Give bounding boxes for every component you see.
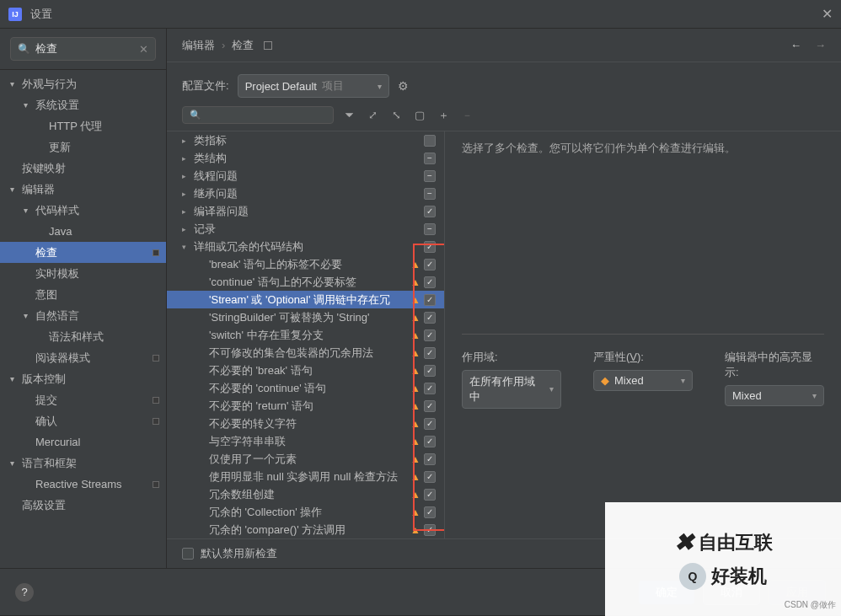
- search-icon: 🔍: [190, 110, 201, 121]
- profile-select[interactable]: Project Default 项目 ▾: [238, 74, 389, 98]
- gear-icon[interactable]: ⚙: [398, 79, 409, 93]
- inspection-checkbox[interactable]: [424, 276, 436, 288]
- inspection-item-9[interactable]: 'Stream' 或 'Optional' 调用链中存在冗▲: [167, 291, 444, 308]
- crumb-editor[interactable]: 编辑器: [182, 38, 215, 53]
- sidebar-item-20[interactable]: 高级设置: [0, 495, 166, 516]
- inspection-checkbox[interactable]: [424, 329, 436, 341]
- highlight-select[interactable]: Mixed ▾: [725, 385, 824, 406]
- severity-label: 严重性(V):: [593, 350, 693, 365]
- expand-arrow-icon: ▾: [24, 100, 35, 110]
- inspection-checkbox[interactable]: [424, 135, 436, 147]
- inspection-label: 不必要的 'return' 语句: [209, 399, 410, 414]
- inspection-item-2[interactable]: ▸线程问题: [167, 167, 444, 185]
- inspection-checkbox[interactable]: [424, 188, 436, 200]
- inspection-checkbox[interactable]: [424, 418, 436, 430]
- sidebar-search-input[interactable]: 🔍 检查 ✕: [10, 37, 156, 61]
- sidebar-item-6[interactable]: ▾代码样式: [0, 200, 166, 221]
- remove-icon[interactable]: －: [458, 108, 475, 123]
- sidebar-item-label: 高级设置: [22, 498, 166, 513]
- severity-select[interactable]: ◆ Mixed ▾: [593, 370, 693, 391]
- sidebar-item-1[interactable]: ▾系统设置: [0, 94, 166, 115]
- clear-icon[interactable]: ✕: [139, 43, 148, 56]
- sidebar-item-10[interactable]: 意图: [0, 284, 166, 305]
- inspection-item-16[interactable]: 不必要的转义字符▲: [167, 415, 444, 432]
- sidebar-item-14[interactable]: ▾版本控制: [0, 368, 166, 389]
- inspection-checkbox[interactable]: [424, 506, 436, 518]
- inspection-item-19[interactable]: 使用明显非 null 实参调用 null 检查方法▲: [167, 468, 444, 485]
- inspection-checkbox[interactable]: [424, 524, 436, 536]
- group-icon[interactable]: ▢: [411, 109, 428, 121]
- inspection-checkbox[interactable]: [424, 223, 436, 235]
- project-marker-icon: [153, 249, 159, 256]
- inspection-item-22[interactable]: 冗余的 'compare()' 方法调用▲: [167, 521, 444, 538]
- scope-select[interactable]: 在所有作用域中 ▾: [462, 370, 561, 409]
- add-icon[interactable]: ＋: [435, 108, 452, 123]
- collapse-all-icon[interactable]: ⤡: [388, 109, 404, 121]
- nav-back-icon[interactable]: ←: [790, 39, 801, 51]
- inspection-item-4[interactable]: ▸编译器问题: [167, 202, 444, 220]
- sidebar-item-label: 检查: [35, 245, 153, 260]
- inspection-item-18[interactable]: 仅使用了一个元素▲: [167, 450, 444, 468]
- sidebar-item-5[interactable]: ▾编辑器: [0, 179, 166, 200]
- inspection-item-0[interactable]: ▸类指标: [167, 131, 444, 149]
- sidebar-item-9[interactable]: 实时模板: [0, 263, 166, 284]
- inspection-item-1[interactable]: ▸类结构: [167, 149, 444, 167]
- sidebar-item-4[interactable]: 按键映射: [0, 158, 166, 179]
- inspection-checkbox[interactable]: [424, 489, 436, 501]
- expand-arrow-icon: ▸: [182, 172, 194, 180]
- inspection-item-7[interactable]: 'break' 语句上的标签不必要▲: [167, 255, 444, 273]
- inspection-checkbox[interactable]: [424, 365, 436, 377]
- inspection-item-6[interactable]: ▾详细或冗余的代码结构: [167, 238, 444, 255]
- sidebar-item-0[interactable]: ▾外观与行为: [0, 73, 166, 94]
- sidebar-item-12[interactable]: 语法和样式: [0, 326, 166, 347]
- sidebar-item-2[interactable]: HTTP 代理: [0, 115, 166, 137]
- close-icon[interactable]: ✕: [822, 6, 833, 22]
- inspection-tree: ▸类指标▸类结构▸线程问题▸继承问题▸编译器问题▸记录▾详细或冗余的代码结构'b…: [167, 131, 445, 538]
- warning-icon: ▲: [410, 365, 420, 377]
- inspection-checkbox[interactable]: [424, 453, 436, 465]
- inspection-item-3[interactable]: ▸继承问题: [167, 185, 444, 202]
- inspection-item-5[interactable]: ▸记录: [167, 220, 444, 238]
- inspection-search-input[interactable]: 🔍: [182, 106, 334, 124]
- inspection-item-13[interactable]: 不必要的 'break' 语句▲: [167, 362, 444, 379]
- sidebar-item-16[interactable]: 确认: [0, 410, 166, 431]
- sidebar-item-8[interactable]: 检查: [0, 242, 166, 263]
- inspection-item-8[interactable]: 'continue' 语句上的不必要标签▲: [167, 273, 444, 291]
- breadcrumb: 编辑器 › 检查 ← →: [167, 29, 841, 62]
- sidebar-item-18[interactable]: ▾语言和框架: [0, 453, 166, 474]
- inspection-checkbox[interactable]: [424, 347, 436, 359]
- inspection-item-11[interactable]: 'switch' 中存在重复分支▲: [167, 326, 444, 344]
- inspection-checkbox[interactable]: [424, 153, 436, 164]
- sidebar-item-11[interactable]: ▾自然语言: [0, 305, 166, 326]
- inspection-item-20[interactable]: 冗余数组创建▲: [167, 485, 444, 503]
- inspection-checkbox[interactable]: [424, 206, 436, 217]
- sidebar-item-7[interactable]: Java: [0, 221, 166, 242]
- inspection-item-15[interactable]: 不必要的 'return' 语句▲: [167, 397, 444, 415]
- sidebar-item-13[interactable]: 阅读器模式: [0, 347, 166, 368]
- help-icon[interactable]: ?: [15, 583, 34, 602]
- inspection-checkbox[interactable]: [424, 170, 436, 182]
- watermark: ✖自由互联 Q好装机 CSDN @做作: [605, 502, 841, 616]
- profile-label: 配置文件:: [182, 78, 229, 94]
- inspection-checkbox[interactable]: [424, 294, 436, 306]
- inspection-item-17[interactable]: 与空字符串串联▲: [167, 432, 444, 450]
- inspection-checkbox[interactable]: [424, 259, 436, 271]
- sidebar-item-3[interactable]: 更新: [0, 137, 166, 158]
- inspection-checkbox[interactable]: [424, 436, 436, 447]
- sidebar-item-19[interactable]: Reactive Streams: [0, 474, 166, 495]
- disable-new-inspections-checkbox[interactable]: [182, 548, 194, 560]
- inspection-checkbox[interactable]: [424, 471, 436, 483]
- inspection-checkbox[interactable]: [424, 312, 436, 324]
- inspection-checkbox[interactable]: [424, 241, 436, 253]
- inspection-item-14[interactable]: 不必要的 'continue' 语句▲: [167, 379, 444, 397]
- filter-icon[interactable]: ⏷: [340, 109, 357, 121]
- inspection-item-21[interactable]: 冗余的 'Collection' 操作▲: [167, 503, 444, 521]
- inspection-item-12[interactable]: 不可修改的集合包装器的冗余用法▲: [167, 344, 444, 362]
- expand-all-icon[interactable]: ⤢: [364, 109, 381, 121]
- inspection-checkbox[interactable]: [424, 400, 436, 412]
- inspection-item-10[interactable]: 'StringBuilder' 可被替换为 'String'▲: [167, 308, 444, 326]
- inspection-label: 与空字符串串联: [209, 434, 410, 449]
- inspection-checkbox[interactable]: [424, 383, 436, 394]
- sidebar-item-17[interactable]: Mercurial: [0, 431, 166, 453]
- sidebar-item-15[interactable]: 提交: [0, 389, 166, 410]
